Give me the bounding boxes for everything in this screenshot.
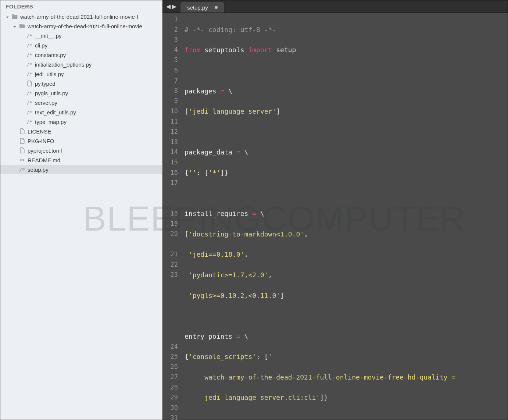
code-file-icon: /*	[26, 119, 33, 125]
tree-item-label: LICENSE	[28, 128, 51, 135]
file-icon	[19, 128, 25, 134]
tab-dirty-icon	[215, 6, 218, 9]
tree-item-label: README.md	[28, 157, 60, 163]
tree-row[interactable]: /*type_map.py	[0, 117, 162, 127]
code-file-icon: /*	[26, 90, 33, 96]
tab-nav-arrows[interactable]: ◀ ▶	[162, 0, 180, 13]
code-file-icon: /*	[26, 52, 33, 58]
tree-row[interactable]: /*initialization_options.py	[0, 60, 162, 69]
tab-nav-back-icon[interactable]: ◀	[166, 3, 171, 10]
file-icon	[26, 81, 33, 86]
tree-item-label: watch-army-of-the-dead-2021-full-online-…	[28, 23, 142, 29]
tree-row[interactable]: pyproject.toml	[0, 146, 162, 155]
file-icon	[19, 147, 25, 153]
code-file-icon: /*	[26, 71, 33, 77]
markdown-file-icon: <>	[19, 157, 25, 163]
tree-row[interactable]: /*__init__.py	[0, 31, 162, 40]
tree-row[interactable]: LICENSE	[0, 127, 162, 136]
tree-row[interactable]: /*pygls_utils.py	[0, 88, 162, 98]
disclosure-triangle-icon[interactable]	[6, 14, 11, 19]
tab-bar: ◀ ▶ setup.py	[162, 0, 508, 13]
editor-area: ◀ ▶ setup.py 123456789101112131415161718…	[162, 0, 508, 420]
tree-row[interactable]: PKG-INFO	[0, 136, 162, 146]
folder-icon	[19, 23, 25, 29]
tab-title: setup.py	[187, 4, 208, 11]
tree-row[interactable]: watch-army-of-the-dead-2021-full-online-…	[0, 21, 162, 31]
tree-item-label: __init__.py	[35, 33, 62, 39]
tree-item-label: watch-army-of-the-dead-2021-full-online-…	[20, 14, 138, 20]
tree-item-label: setup.py	[28, 167, 49, 173]
line-gutter: 1234567891011121314151617181920212223242…	[162, 13, 182, 420]
code-content[interactable]: # -*- coding: utf-8 -*- from setuptools …	[182, 13, 508, 420]
code-file-icon: /*	[19, 167, 25, 172]
tree-item-label: jedi_utils.py	[35, 71, 64, 77]
code-file-icon: /*	[26, 61, 33, 67]
tree-item-label: constants.py	[35, 52, 66, 58]
tree-row[interactable]: /*cli.py	[0, 40, 162, 50]
tree-item-label: text_edit_utils.py	[35, 109, 76, 115]
disclosure-triangle-icon[interactable]	[13, 24, 18, 29]
tree-row[interactable]: /*setup.py	[0, 165, 162, 174]
tree-row[interactable]: /*text_edit_utils.py	[0, 107, 162, 117]
code-file-icon: /*	[26, 42, 33, 48]
file-icon	[19, 138, 25, 144]
code-file-icon: /*	[26, 100, 33, 106]
tree-row[interactable]: /*constants.py	[0, 50, 162, 60]
tree-item-label: PKG-INFO	[28, 138, 54, 144]
tree-item-label: cli.py	[35, 42, 47, 49]
tree-row[interactable]: /*jedi_utils.py	[0, 69, 162, 79]
tree-item-label: initialization_options.py	[35, 61, 92, 68]
sidebar-header: FOLDERS	[0, 0, 162, 12]
tree-row[interactable]: /*server.py	[0, 98, 162, 107]
tree-row[interactable]: watch-army-of-the-dead-2021-full-online-…	[0, 12, 162, 21]
tab-nav-forward-icon[interactable]: ▶	[172, 3, 176, 10]
tree-row[interactable]: <>README.md	[0, 155, 162, 165]
tree-item-label: type_map.py	[35, 119, 67, 125]
folder-icon	[11, 14, 18, 19]
code-file-icon: /*	[26, 109, 33, 115]
tab-setup-py[interactable]: setup.py	[180, 2, 225, 13]
code-file-icon: /*	[26, 33, 33, 39]
tree-item-label: pygls_utils.py	[35, 90, 68, 96]
code-editor[interactable]: 1234567891011121314151617181920212223242…	[162, 13, 508, 420]
tree-row[interactable]: py.typed	[0, 79, 162, 88]
tree-item-label: py.typed	[35, 81, 56, 87]
tree-item-label: server.py	[35, 100, 57, 106]
folder-tree: watch-army-of-the-dead-2021-full-online-…	[0, 12, 162, 420]
sidebar: FOLDERS watch-army-of-the-dead-2021-full…	[0, 0, 162, 420]
tree-item-label: pyproject.toml	[28, 147, 62, 154]
